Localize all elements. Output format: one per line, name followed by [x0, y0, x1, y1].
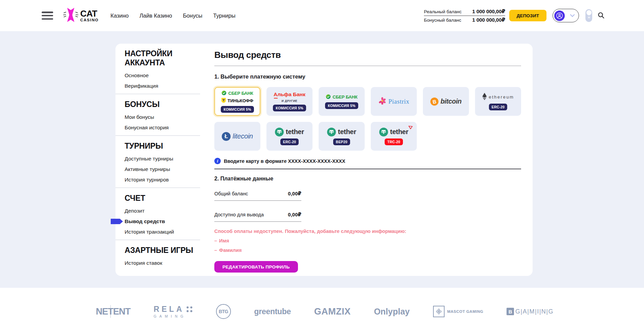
available-balance-row: Доступно для вывода 0,00₽: [214, 212, 301, 222]
header: CAT CASINO Казино Лайв Казино Бонусы Тур…: [0, 0, 644, 31]
litecoin-label: litecoin: [233, 132, 253, 140]
payment-tile-tether-erc20[interactable]: tether ERC-20: [266, 122, 313, 151]
tether-icon: [379, 128, 388, 136]
card-format-note: Вводите карту в формате XXXX-XXXX-XXXX-X…: [214, 158, 521, 164]
sidebar-item-available-tournaments[interactable]: Доступные турниры: [125, 156, 204, 161]
menu-button[interactable]: [42, 12, 53, 20]
bonus-balance-label: Бонусный баланс: [424, 18, 461, 23]
payment-tile-sber-bank[interactable]: СБЕР БАНК КОМИССИЯ 5%: [319, 87, 365, 116]
chevron-down-icon: [570, 13, 575, 19]
sun-icon: [587, 15, 591, 21]
sidebar-section-title-gambling: АЗАРТНЫЕ ИГРЫ: [125, 246, 204, 255]
ethereum-label: ethereum: [489, 94, 514, 100]
sber-check-icon: [326, 94, 331, 100]
payment-tile-ethereum[interactable]: ethereum ERC-20: [475, 87, 521, 116]
nav-item-tournaments[interactable]: Турниры: [213, 13, 236, 19]
warning-item-last-name: Фамилия: [214, 247, 521, 253]
step2-label: 2. Платёжные данные: [214, 176, 521, 182]
tether-label: tether: [338, 128, 356, 136]
provider-logo-mascot-gaming: MASCOT GAMING: [433, 306, 484, 317]
provider-logo-onlyplay: Onlyplay: [374, 307, 410, 317]
tinkoff-shield-icon: [221, 98, 226, 104]
edit-profile-button[interactable]: РЕДАКТИРОВАТЬ ПРОФИЛЬ: [214, 261, 298, 273]
theme-toggle[interactable]: [585, 9, 592, 22]
warning-title: Способ оплаты недоступен. Пожалуйста, до…: [214, 229, 521, 234]
sidebar-item-transaction-history[interactable]: История транзакций: [125, 230, 204, 234]
commission-badge: КОМИССИЯ 5%: [221, 106, 254, 113]
sidebar-section-title-account: СЧЕТ: [125, 194, 204, 203]
account-menu[interactable]: [553, 9, 579, 22]
provider-logo-bgaming: B G|A|M|I|N|G: [507, 308, 554, 315]
warning-item-first-name: Имя: [214, 238, 521, 243]
payment-tile-bitcoin[interactable]: B bitcoin: [423, 87, 469, 116]
sber-label: СБЕР БАНК: [332, 94, 357, 100]
network-badge: ERC-20: [280, 138, 299, 145]
avatar: [554, 10, 565, 21]
bonus-balance-row: Бонусный баланс 1 000 000,00₽: [424, 16, 505, 24]
tether-icon: [327, 128, 336, 136]
commission-badge: КОМИССИЯ 5%: [273, 105, 306, 111]
bitcoin-icon: B: [430, 97, 439, 106]
payment-tile-litecoin[interactable]: Ł litecoin: [214, 122, 260, 151]
sidebar-section-title-tournaments: ТУРНИРЫ: [125, 142, 204, 151]
sber-check-icon: [221, 90, 227, 96]
payment-tile-tether-trc20[interactable]: tether TRC-20: [371, 122, 417, 151]
tron-icon: [408, 125, 413, 131]
ethereum-icon: [482, 93, 487, 102]
piastrix-flower-icon: [378, 97, 386, 106]
brand-sub: CASINO: [80, 18, 99, 22]
page-title: Вывод средств: [214, 50, 521, 60]
total-balance-row: Общий баланс 0,00₽: [214, 191, 301, 201]
payment-tile-sber-tinkoff[interactable]: СБЕР БАНК ТИНЬКОФФ КОМИССИЯ 5%: [214, 87, 260, 116]
tether-icon: [275, 128, 284, 136]
tether-label: tether: [286, 128, 304, 136]
payment-tile-piastrix[interactable]: Piastrix: [371, 87, 417, 116]
real-balance-label: Реальный баланс: [424, 9, 461, 14]
sidebar-item-verification[interactable]: Верификация: [125, 84, 204, 88]
piastrix-label: Piastrix: [388, 98, 409, 105]
logo[interactable]: CAT CASINO: [63, 7, 99, 24]
payment-methods-grid: СБЕР БАНК ТИНЬКОФФ КОМИССИЯ 5%: [214, 87, 521, 151]
active-item-arrow-icon: [111, 219, 123, 225]
total-balance-label: Общий баланс: [214, 191, 248, 196]
payment-unavailable-warning: Способ оплаты недоступен. Пожалуйста, до…: [214, 229, 521, 253]
sidebar-divider: [115, 188, 200, 188]
provider-logo-greentube: greentube: [254, 307, 291, 316]
tinkoff-label: ТИНЬКОФФ: [228, 98, 253, 103]
sidebar-item-withdrawal[interactable]: Вывод средств: [125, 219, 204, 224]
title-divider: [214, 66, 521, 66]
sidebar-item-tournament-history[interactable]: История турниров: [125, 177, 204, 182]
balance-block: Реальный баланс 1 000 000,00₽ Бонусный б…: [424, 7, 505, 24]
provider-logo-gamzix: GAMZIX: [314, 306, 351, 317]
real-balance-value: 1 000 000,00₽: [472, 8, 505, 15]
mascot-emblem-icon: [433, 306, 445, 317]
main-area: НАСТРОЙКИ АККАУНТА Основное Верификация …: [0, 31, 644, 288]
available-balance-label: Доступно для вывода: [214, 212, 264, 217]
provider-logo-relax-gaming: RELA GAMING: [154, 305, 193, 318]
commission-badge: КОМИССИЯ 5%: [325, 102, 358, 109]
alfa-others-label: И ДРУГИЕ: [282, 99, 298, 103]
search-button[interactable]: [597, 12, 605, 20]
sidebar-item-active-tournaments[interactable]: Активные турниры: [125, 167, 204, 172]
sidebar-item-bet-history[interactable]: История ставок: [125, 261, 204, 265]
withdrawal-content: Вывод средств 1. Выберите платежную сист…: [214, 44, 534, 276]
nav-item-casino[interactable]: Казино: [110, 13, 129, 19]
sidebar-item-my-bonuses[interactable]: Мои бонусы: [125, 115, 204, 120]
providers-footer: NETENT RELA GAMING BTG greentube GAMZIX …: [0, 288, 644, 323]
nav-item-bonuses[interactable]: Бонусы: [183, 13, 202, 19]
deposit-button[interactable]: ДЕПОЗИТ: [509, 10, 546, 21]
info-icon: [214, 158, 221, 164]
sidebar-item-bonus-history[interactable]: Бонусная история: [125, 125, 204, 130]
main-nav: Казино Лайв Казино Бонусы Турниры: [110, 13, 235, 19]
payment-tile-alfa-bank[interactable]: Альфа Банк И ДРУГИЕ КОМИССИЯ 5%: [266, 87, 313, 116]
nav-item-live-casino[interactable]: Лайв Казино: [139, 13, 172, 19]
search-icon: [597, 12, 605, 20]
payment-tile-tether-bep20[interactable]: tether BEP20: [319, 122, 365, 151]
sidebar-item-deposit[interactable]: Депозит: [125, 209, 204, 213]
relax-dots-icon: [187, 306, 193, 313]
sidebar-item-main[interactable]: Основное: [125, 73, 204, 78]
bitcoin-label: bitcoin: [441, 98, 461, 105]
network-badge: ERC-20: [489, 104, 508, 110]
total-balance-value: 0,00₽: [288, 191, 301, 197]
sidebar-divider: [115, 94, 200, 94]
